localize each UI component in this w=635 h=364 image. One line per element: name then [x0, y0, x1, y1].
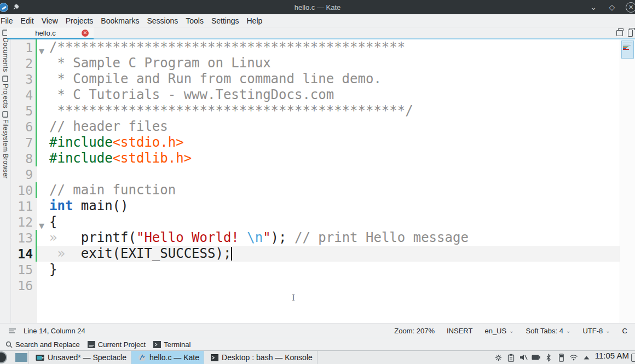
clock[interactable]: 11:05 AM [593, 351, 631, 364]
spectacle-icon [36, 354, 44, 361]
sidebar-item-filesystem-browser[interactable]: Filesystem Browser [2, 111, 9, 178]
line-number: 14 [11, 246, 37, 262]
code-segment: <stdio.h> [113, 135, 184, 150]
line-number: 11 [11, 198, 37, 214]
minimap[interactable] [621, 41, 634, 59]
code-segment: printf( [81, 230, 136, 245]
menu-edit[interactable]: Edit [17, 15, 38, 26]
statusbar-en-us[interactable]: en_US⌄ [484, 327, 513, 335]
code-line[interactable]: ****************************************… [37, 103, 620, 119]
statusbar: Line 14, Column 24 Zoom: 207%INSERTen_US… [0, 323, 635, 338]
code-segment: * C Tutorials - www.TestingDocs.com [49, 87, 334, 102]
editor: 12345678910111213141516 I ▼/************… [11, 39, 635, 323]
code-segment: // header files [49, 119, 168, 134]
code-line[interactable]: #include<stdlib.h> [37, 151, 620, 166]
task-button-konsole[interactable]: Desktop : bash — Konsole [204, 351, 318, 364]
statusbar-zoom-207-[interactable]: Zoom: 207% [394, 327, 435, 335]
document-list-icon[interactable] [628, 30, 633, 37]
line-number: 4 [11, 87, 37, 103]
code-line[interactable]: int main() [37, 198, 620, 214]
wifi-icon[interactable] [569, 353, 579, 362]
code-line[interactable]: ▼{ [37, 214, 620, 230]
menu-help[interactable]: Help [243, 15, 266, 26]
document-icon [2, 111, 8, 118]
statusbar-item-label: INSERT [447, 327, 472, 335]
volume-muted-icon[interactable] [519, 353, 528, 362]
desktop-pager[interactable] [15, 353, 27, 362]
code-line[interactable] [37, 278, 620, 293]
menu-sessions[interactable]: Sessions [143, 15, 182, 26]
code-line[interactable]: ▼/**************************************… [37, 39, 620, 55]
code-segment: * Sample C Program on Linux [49, 55, 271, 71]
statusbar-soft-tabs-4[interactable]: Soft Tabs: 4⌄ [526, 327, 571, 335]
app-launcher-icon[interactable] [0, 351, 14, 364]
line-number: 10 [11, 182, 37, 198]
task-button-kate[interactable]: hello.c — Kate [131, 351, 204, 364]
statusbar-utf-8[interactable]: UTF-8⌄ [582, 327, 610, 335]
pin-icon[interactable] [13, 3, 20, 11]
document-icon [2, 76, 8, 82]
code-segment: // print Hello message [295, 230, 469, 245]
code-segment: ); [271, 230, 295, 245]
menu-file[interactable]: File [0, 15, 17, 26]
code-line[interactable]: * Sample C Program on Linux [37, 55, 620, 71]
caret-up-icon[interactable] [582, 353, 591, 362]
maximize-button[interactable]: ◇ [607, 2, 617, 12]
updates-icon[interactable] [494, 353, 503, 362]
lines-icon[interactable] [9, 328, 16, 334]
task-label: hello.c — Kate [149, 353, 199, 362]
line-number: 2 [11, 55, 37, 71]
statusbar-c[interactable]: C [622, 327, 627, 335]
code-segment: /***************************************… [49, 39, 405, 55]
search-icon [5, 341, 13, 348]
code-segment: <stdlib.h> [113, 151, 192, 166]
code-segment: "Hello World! [136, 230, 247, 245]
code-line[interactable]: » exit(EXIT_SUCCESS); [37, 246, 620, 262]
close-button[interactable]: ✕ [626, 2, 635, 13]
tab-hello-c[interactable]: hello.c ✕ [7, 27, 94, 38]
tab-label: hello.c [35, 29, 56, 37]
task-button-spectacle[interactable]: Unsaved* — Spectacle [28, 351, 131, 364]
code-line[interactable]: // header files [37, 119, 620, 135]
menu-bookmarks[interactable]: Bookmarks [97, 15, 143, 26]
line-number: 7 [11, 135, 37, 151]
menu-view[interactable]: View [38, 15, 62, 26]
code-line[interactable]: // main function [37, 182, 620, 198]
toolview-search-and-replace[interactable]: Search and Replace [5, 340, 80, 349]
system-tray [494, 351, 593, 364]
menu-settings[interactable]: Settings [207, 15, 243, 26]
code-segment: * Compile and Run from command line demo… [49, 71, 382, 86]
sidebar-item-projects[interactable]: Projects [2, 76, 9, 108]
phone-icon[interactable] [557, 353, 566, 362]
toolview-current-project[interactable]: Current Project [88, 340, 146, 349]
panel-edge-icon[interactable] [631, 354, 635, 362]
code-segment: " [263, 230, 270, 245]
task-label: Desktop : bash — Konsole [222, 353, 313, 362]
toolview-label: Current Project [98, 340, 146, 349]
line-number: 15 [11, 262, 37, 278]
menu-tools[interactable]: Tools [182, 15, 207, 26]
statusbar-insert[interactable]: INSERT [447, 327, 472, 335]
new-document-icon[interactable] [616, 30, 623, 36]
code-line[interactable]: } [37, 262, 620, 278]
bluetooth-icon[interactable] [544, 353, 553, 362]
code-area[interactable]: I ▼/************************************… [37, 39, 620, 323]
code-line[interactable]: * C Tutorials - www.TestingDocs.com [37, 87, 620, 103]
code-line[interactable]: * Compile and Run from command line demo… [37, 71, 620, 87]
battery-icon[interactable] [532, 353, 541, 362]
tab-close-icon[interactable]: ✕ [82, 30, 89, 37]
code-segment: { [49, 214, 57, 229]
line-number: 9 [11, 166, 37, 182]
minimize-button[interactable]: ⌄ [588, 2, 598, 12]
scrollbar[interactable] [620, 39, 635, 323]
clipboard-icon[interactable] [506, 353, 516, 362]
line-number-gutter: 12345678910111213141516 [11, 39, 37, 323]
code-line[interactable]: #include<stdio.h> [37, 135, 620, 151]
menu-projects[interactable]: Projects [62, 15, 97, 26]
window-title: hello.c — Kate [0, 3, 635, 11]
code-line[interactable] [37, 166, 620, 182]
statusbar-item-label: UTF-8 [582, 327, 603, 335]
kate-icon [138, 354, 146, 362]
toolview-terminal[interactable]: Terminal [153, 340, 190, 349]
code-line[interactable]: » printf("Hello World! \n"); // print He… [37, 230, 620, 246]
